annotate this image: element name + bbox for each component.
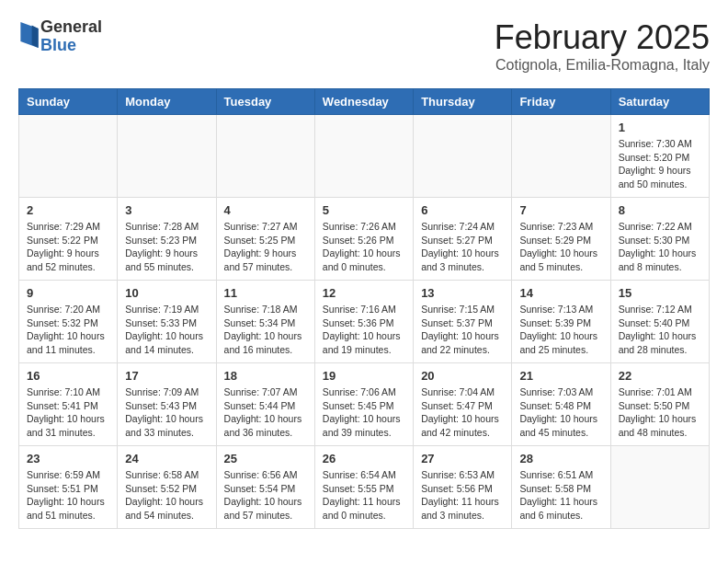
day-number: 14 — [519, 286, 602, 300]
day-info: Sunrise: 6:53 AMSunset: 5:56 PMDaylight:… — [421, 468, 504, 523]
day-info: Sunrise: 7:26 AMSunset: 5:26 PMDaylight:… — [323, 220, 405, 274]
day-info: Sunrise: 6:54 AMSunset: 5:55 PMDaylight:… — [323, 468, 405, 523]
day-number: 15 — [619, 286, 701, 300]
calendar-title: February 2025 — [495, 18, 710, 57]
calendar-cell: 9Sunrise: 7:20 AMSunset: 5:32 PMDaylight… — [19, 281, 118, 363]
calendar-header-row: SundayMondayTuesdayWednesdayThursdayFrid… — [19, 89, 710, 115]
day-info: Sunrise: 7:09 AMSunset: 5:43 PMDaylight:… — [125, 385, 208, 440]
day-info: Sunrise: 7:10 AMSunset: 5:41 PMDaylight:… — [27, 385, 109, 440]
day-info: Sunrise: 7:01 AMSunset: 5:50 PMDaylight:… — [619, 385, 701, 440]
calendar-cell: 19Sunrise: 7:06 AMSunset: 5:45 PMDayligh… — [314, 363, 413, 446]
calendar-cell: 15Sunrise: 7:12 AMSunset: 5:40 PMDayligh… — [610, 281, 709, 363]
calendar-cell: 11Sunrise: 7:18 AMSunset: 5:34 PMDayligh… — [216, 281, 314, 363]
day-number: 25 — [224, 452, 307, 465]
calendar-cell: 25Sunrise: 6:56 AMSunset: 5:54 PMDayligh… — [216, 446, 314, 529]
calendar-cell: 4Sunrise: 7:27 AMSunset: 5:25 PMDaylight… — [216, 198, 314, 281]
day-info: Sunrise: 6:58 AMSunset: 5:52 PMDaylight:… — [125, 468, 208, 523]
day-number: 21 — [519, 369, 602, 383]
logo-blue-text: Blue — [40, 36, 76, 54]
week-row-2: 2Sunrise: 7:29 AMSunset: 5:22 PMDaylight… — [19, 198, 710, 281]
calendar-cell: 3Sunrise: 7:28 AMSunset: 5:23 PMDaylight… — [118, 198, 216, 281]
week-row-3: 9Sunrise: 7:20 AMSunset: 5:32 PMDaylight… — [19, 281, 710, 363]
calendar-cell: 27Sunrise: 6:53 AMSunset: 5:56 PMDayligh… — [414, 446, 512, 529]
calendar-cell — [414, 115, 512, 198]
day-info: Sunrise: 7:20 AMSunset: 5:32 PMDaylight:… — [27, 303, 109, 357]
calendar-cell: 14Sunrise: 7:13 AMSunset: 5:39 PMDayligh… — [512, 281, 610, 363]
calendar-cell: 26Sunrise: 6:54 AMSunset: 5:55 PMDayligh… — [314, 446, 413, 529]
day-info: Sunrise: 7:23 AMSunset: 5:29 PMDaylight:… — [519, 220, 602, 274]
day-info: Sunrise: 7:27 AMSunset: 5:25 PMDaylight:… — [224, 220, 307, 274]
day-info: Sunrise: 7:24 AMSunset: 5:27 PMDaylight:… — [421, 220, 504, 274]
day-number: 11 — [224, 286, 307, 300]
day-number: 26 — [323, 452, 405, 465]
day-number: 16 — [27, 369, 109, 383]
day-number: 7 — [519, 203, 602, 217]
day-number: 12 — [323, 286, 405, 300]
calendar-cell: 23Sunrise: 6:59 AMSunset: 5:51 PMDayligh… — [19, 446, 118, 529]
day-number: 1 — [619, 121, 701, 134]
day-number: 4 — [224, 203, 307, 217]
calendar-cell: 18Sunrise: 7:07 AMSunset: 5:44 PMDayligh… — [216, 363, 314, 446]
calendar-cell: 6Sunrise: 7:24 AMSunset: 5:27 PMDaylight… — [414, 198, 512, 281]
calendar-cell: 2Sunrise: 7:29 AMSunset: 5:22 PMDaylight… — [19, 198, 118, 281]
day-info: Sunrise: 7:13 AMSunset: 5:39 PMDaylight:… — [519, 303, 602, 357]
day-number: 9 — [27, 286, 109, 300]
day-number: 22 — [619, 369, 701, 383]
calendar-cell: 10Sunrise: 7:19 AMSunset: 5:33 PMDayligh… — [118, 281, 216, 363]
calendar-cell — [314, 115, 413, 198]
day-number: 28 — [519, 452, 602, 465]
page-header: General Blue February 2025 Cotignola, Em… — [18, 18, 710, 74]
day-info: Sunrise: 7:07 AMSunset: 5:44 PMDaylight:… — [224, 385, 307, 440]
day-header-thursday: Thursday — [414, 89, 512, 115]
calendar-cell: 17Sunrise: 7:09 AMSunset: 5:43 PMDayligh… — [118, 363, 216, 446]
week-row-5: 23Sunrise: 6:59 AMSunset: 5:51 PMDayligh… — [19, 446, 710, 529]
day-number: 10 — [125, 286, 208, 300]
logo-general-text: General — [40, 17, 102, 36]
logo-icon — [20, 22, 39, 48]
day-info: Sunrise: 7:15 AMSunset: 5:37 PMDaylight:… — [421, 303, 504, 357]
calendar-cell: 12Sunrise: 7:16 AMSunset: 5:36 PMDayligh… — [314, 281, 413, 363]
day-info: Sunrise: 7:29 AMSunset: 5:22 PMDaylight:… — [27, 220, 109, 274]
day-info: Sunrise: 7:22 AMSunset: 5:30 PMDaylight:… — [619, 220, 701, 274]
calendar-cell — [118, 115, 216, 198]
calendar-table: SundayMondayTuesdayWednesdayThursdayFrid… — [18, 88, 710, 529]
calendar-cell: 13Sunrise: 7:15 AMSunset: 5:37 PMDayligh… — [414, 281, 512, 363]
day-number: 18 — [224, 369, 307, 383]
day-number: 27 — [421, 452, 504, 465]
title-block: February 2025 Cotignola, Emilia-Romagna,… — [495, 18, 710, 74]
day-header-saturday: Saturday — [610, 89, 709, 115]
calendar-cell: 20Sunrise: 7:04 AMSunset: 5:47 PMDayligh… — [414, 363, 512, 446]
day-header-tuesday: Tuesday — [216, 89, 314, 115]
day-info: Sunrise: 6:56 AMSunset: 5:54 PMDaylight:… — [224, 468, 307, 523]
calendar-cell — [610, 446, 709, 529]
calendar-cell — [216, 115, 314, 198]
calendar-cell: 16Sunrise: 7:10 AMSunset: 5:41 PMDayligh… — [19, 363, 118, 446]
calendar-cell: 28Sunrise: 6:51 AMSunset: 5:58 PMDayligh… — [512, 446, 610, 529]
day-number: 17 — [125, 369, 208, 383]
calendar-cell: 21Sunrise: 7:03 AMSunset: 5:48 PMDayligh… — [512, 363, 610, 446]
calendar-cell: 1Sunrise: 7:30 AMSunset: 5:20 PMDaylight… — [610, 115, 709, 198]
day-info: Sunrise: 7:28 AMSunset: 5:23 PMDaylight:… — [125, 220, 208, 274]
logo: General Blue — [18, 18, 102, 55]
day-info: Sunrise: 7:16 AMSunset: 5:36 PMDaylight:… — [323, 303, 405, 357]
day-info: Sunrise: 7:04 AMSunset: 5:47 PMDaylight:… — [421, 385, 504, 440]
calendar-cell: 7Sunrise: 7:23 AMSunset: 5:29 PMDaylight… — [512, 198, 610, 281]
calendar-cell: 22Sunrise: 7:01 AMSunset: 5:50 PMDayligh… — [610, 363, 709, 446]
day-number: 2 — [27, 203, 109, 217]
day-number: 24 — [125, 452, 208, 465]
day-header-monday: Monday — [118, 89, 216, 115]
day-info: Sunrise: 6:51 AMSunset: 5:58 PMDaylight:… — [519, 468, 602, 523]
day-info: Sunrise: 7:30 AMSunset: 5:20 PMDaylight:… — [619, 137, 701, 191]
day-number: 8 — [619, 203, 701, 217]
day-number: 3 — [125, 203, 208, 217]
week-row-1: 1Sunrise: 7:30 AMSunset: 5:20 PMDaylight… — [19, 115, 710, 198]
calendar-cell: 24Sunrise: 6:58 AMSunset: 5:52 PMDayligh… — [118, 446, 216, 529]
calendar-cell — [19, 115, 118, 198]
day-number: 23 — [27, 452, 109, 465]
day-header-wednesday: Wednesday — [314, 89, 413, 115]
day-number: 20 — [421, 369, 504, 383]
calendar-subtitle: Cotignola, Emilia-Romagna, Italy — [495, 57, 710, 74]
calendar-cell — [512, 115, 610, 198]
day-info: Sunrise: 7:19 AMSunset: 5:33 PMDaylight:… — [125, 303, 208, 357]
day-number: 13 — [421, 286, 504, 300]
